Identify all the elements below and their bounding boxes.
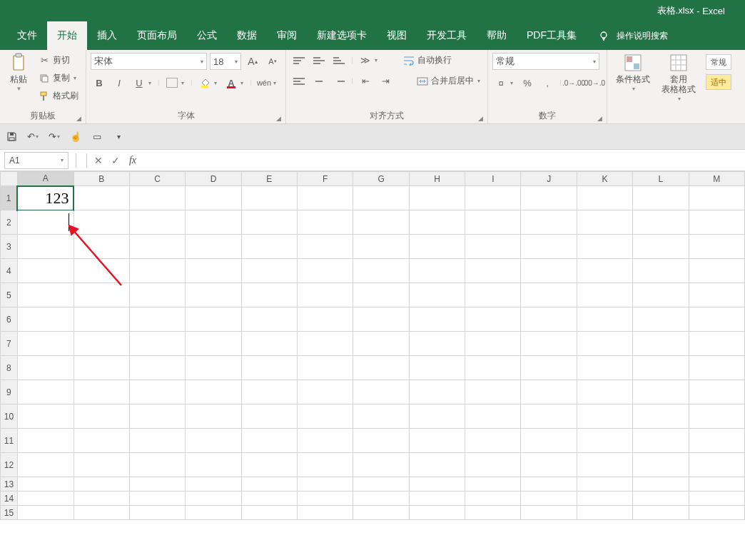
row-header-7[interactable]: 7	[1, 332, 18, 356]
cell-L10[interactable]	[633, 404, 689, 429]
cell-G10[interactable]	[353, 404, 409, 429]
underline-button[interactable]: U▾	[131, 76, 154, 90]
cell-G12[interactable]	[353, 453, 409, 477]
cell-H6[interactable]	[409, 307, 465, 332]
touch-mode-icon[interactable]: ☝	[70, 131, 81, 143]
cell-I7[interactable]	[465, 332, 521, 356]
cell-B3[interactable]	[74, 235, 129, 259]
cell-G8[interactable]	[353, 356, 409, 380]
cell-D11[interactable]	[186, 429, 241, 453]
cell-D2[interactable]	[186, 210, 241, 235]
row-header-9[interactable]: 9	[1, 380, 18, 404]
decrease-font-button[interactable]: A▾	[264, 54, 281, 68]
decrease-indent-button[interactable]: ⇤	[357, 74, 374, 88]
undo-icon[interactable]: ↶▾	[27, 131, 39, 143]
cell-C8[interactable]	[129, 356, 185, 380]
cell-F4[interactable]	[298, 259, 353, 283]
column-header-K[interactable]: K	[577, 172, 632, 186]
cell-D8[interactable]	[186, 356, 241, 380]
cell-A7[interactable]	[17, 332, 74, 356]
cell-B6[interactable]	[74, 307, 129, 332]
cell-K7[interactable]	[577, 332, 632, 356]
cell-L11[interactable]	[633, 429, 689, 453]
cell-L15[interactable]	[633, 506, 689, 520]
cell-B7[interactable]	[74, 332, 129, 356]
align-bottom-button[interactable]	[330, 54, 348, 68]
cell-G15[interactable]	[353, 506, 409, 520]
cell-F12[interactable]	[298, 453, 353, 477]
cell-B9[interactable]	[74, 380, 129, 404]
cell-D6[interactable]	[186, 307, 241, 332]
cell-I4[interactable]	[465, 259, 521, 283]
fill-color-button[interactable]: ▾	[196, 76, 220, 90]
cell-M2[interactable]	[689, 210, 745, 235]
cell-I11[interactable]	[465, 429, 521, 453]
formula-input[interactable]	[141, 152, 745, 169]
align-top-button[interactable]	[290, 54, 308, 68]
cell-H4[interactable]	[409, 259, 465, 283]
cell-M10[interactable]	[689, 404, 745, 429]
cell-M1[interactable]	[689, 186, 745, 210]
cell-A5[interactable]	[17, 283, 74, 307]
row-header-8[interactable]: 8	[1, 356, 18, 380]
cell-K2[interactable]	[577, 210, 632, 235]
cell-K11[interactable]	[577, 429, 632, 453]
save-icon[interactable]	[6, 131, 17, 143]
format-as-table-button[interactable]: 套用 表格格式 ▾	[657, 53, 700, 102]
column-header-B[interactable]: B	[74, 172, 129, 186]
cell-J3[interactable]	[521, 235, 577, 259]
cell-F14[interactable]	[298, 492, 353, 506]
cell-K10[interactable]	[577, 404, 632, 429]
cell-M15[interactable]	[689, 506, 745, 520]
cell-A3[interactable]	[17, 235, 74, 259]
confirm-edit-button[interactable]: ✓	[107, 152, 124, 169]
cell-J7[interactable]	[521, 332, 577, 356]
cell-I8[interactable]	[465, 356, 521, 380]
cell-I1[interactable]	[465, 186, 521, 210]
cell-E2[interactable]	[241, 210, 297, 235]
cell-G4[interactable]	[353, 259, 409, 283]
tab-review[interactable]: 审阅	[267, 21, 307, 50]
cell-B13[interactable]	[74, 477, 129, 492]
cell-M5[interactable]	[689, 283, 745, 307]
align-left-button[interactable]	[290, 74, 308, 88]
column-header-L[interactable]: L	[633, 172, 689, 186]
column-header-G[interactable]: G	[353, 172, 409, 186]
cell-B15[interactable]	[74, 506, 129, 520]
cell-B5[interactable]	[74, 283, 129, 307]
cell-K4[interactable]	[577, 259, 632, 283]
decrease-decimal-button[interactable]: .00→.0	[585, 76, 602, 90]
cell-F6[interactable]	[298, 307, 353, 332]
row-header-10[interactable]: 10	[1, 404, 18, 429]
cell-G7[interactable]	[353, 332, 409, 356]
cell-C1[interactable]	[129, 186, 185, 210]
cell-style-normal[interactable]: 常规	[706, 54, 731, 70]
paste-button[interactable]: 粘贴 ▼	[4, 53, 33, 92]
cell-A1[interactable]: 123	[17, 186, 74, 210]
tab-view[interactable]: 视图	[377, 21, 417, 50]
cell-J11[interactable]	[521, 429, 577, 453]
cell-C5[interactable]	[129, 283, 185, 307]
cell-D14[interactable]	[186, 492, 241, 506]
cell-D4[interactable]	[186, 259, 241, 283]
cell-G14[interactable]	[353, 492, 409, 506]
cell-I6[interactable]	[465, 307, 521, 332]
tab-file[interactable]: 文件	[7, 21, 47, 50]
cell-E10[interactable]	[241, 404, 297, 429]
row-header-4[interactable]: 4	[1, 259, 18, 283]
row-header-12[interactable]: 12	[1, 453, 18, 477]
cell-K14[interactable]	[577, 492, 632, 506]
cell-L14[interactable]	[633, 492, 689, 506]
cell-M9[interactable]	[689, 380, 745, 404]
cell-M11[interactable]	[689, 429, 745, 453]
name-box[interactable]: A1 ▾	[4, 152, 69, 169]
cell-K6[interactable]	[577, 307, 632, 332]
cell-H2[interactable]	[409, 210, 465, 235]
cell-F11[interactable]	[298, 429, 353, 453]
cell-M7[interactable]	[689, 332, 745, 356]
cell-B14[interactable]	[74, 492, 129, 506]
cancel-edit-button[interactable]: ✕	[90, 152, 107, 169]
cell-C9[interactable]	[129, 380, 185, 404]
cell-J10[interactable]	[521, 404, 577, 429]
cell-C2[interactable]	[129, 210, 185, 235]
